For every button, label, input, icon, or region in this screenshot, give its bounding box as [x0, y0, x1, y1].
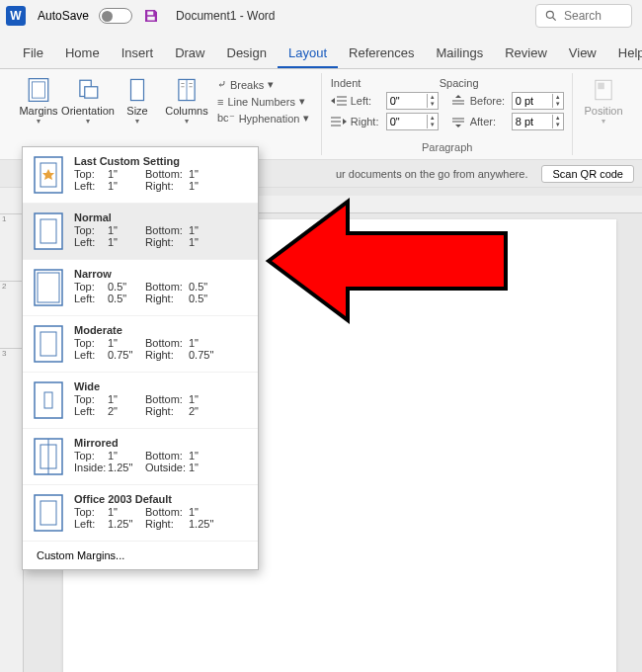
indent-left-icon	[331, 95, 347, 107]
margin-option-narrow[interactable]: Narrow Top:0.5"Bottom:0.5" Left:0.5"Righ…	[23, 260, 258, 316]
columns-button[interactable]: Columns▾	[164, 75, 209, 127]
arrange-group: Position▾	[573, 73, 634, 155]
autosave-label: AutoSave	[38, 9, 89, 23]
chevron-down-icon: ▾	[135, 117, 139, 126]
margin-preset-icon	[33, 211, 64, 251]
spacing-after-icon	[450, 116, 466, 127]
autosave-toggle[interactable]	[99, 8, 132, 24]
margin-preset-icon	[33, 493, 64, 533]
scan-qr-button[interactable]: Scan QR code	[541, 165, 634, 183]
chevron-down-icon: ▾	[185, 117, 189, 126]
orientation-button[interactable]: Orientation▾	[65, 75, 111, 127]
margin-option-wide[interactable]: Wide Top:1"Bottom:1" Left:2"Right:2"	[23, 373, 258, 429]
page-setup-group: Margins▾ Orientation▾ Size▾ Columns▾ ⤶Br…	[8, 73, 322, 155]
margin-preset-icon	[33, 437, 64, 476]
tab-design[interactable]: Design	[216, 40, 278, 68]
svg-rect-38	[35, 495, 62, 531]
position-button[interactable]: Position▾	[581, 75, 626, 127]
margin-option-last-custom-setting[interactable]: Last Custom Setting Top:1"Bottom:1" Left…	[23, 147, 258, 204]
tab-draw[interactable]: Draw	[164, 40, 215, 68]
svg-rect-6	[131, 79, 144, 100]
tab-insert[interactable]: Insert	[111, 40, 165, 68]
svg-rect-31	[35, 326, 62, 362]
breaks-button[interactable]: ⤶Breaks ▾	[213, 77, 313, 92]
document-title: Document1 - Word	[176, 9, 275, 23]
svg-rect-33	[35, 382, 62, 418]
position-icon	[591, 77, 616, 103]
vertical-ruler: 123	[0, 188, 24, 672]
svg-rect-5	[85, 87, 98, 98]
tab-file[interactable]: File	[12, 40, 54, 68]
columns-icon	[174, 77, 200, 103]
tab-layout[interactable]: Layout	[278, 40, 338, 68]
margin-preset-icon	[33, 155, 64, 195]
search-icon	[544, 9, 558, 23]
spacing-after-input[interactable]: ▲▼	[512, 113, 564, 130]
orientation-icon	[75, 77, 101, 103]
size-button[interactable]: Size▾	[115, 75, 160, 127]
indent-left-input[interactable]: ▲▼	[386, 92, 439, 110]
margins-menu: Last Custom Setting Top:1"Bottom:1" Left…	[22, 146, 259, 570]
margin-option-moderate[interactable]: Moderate Top:1"Bottom:1" Left:0.75"Right…	[23, 316, 258, 373]
margin-preset-icon	[33, 380, 64, 420]
breaks-icon: ⤶	[217, 78, 226, 91]
indent-right-input[interactable]: ▲▼	[386, 113, 439, 130]
spacing-before-input[interactable]: ▲▼	[512, 92, 564, 110]
size-icon	[124, 77, 150, 103]
margin-option-office-2003-default[interactable]: Office 2003 Default Top:1"Bottom:1" Left…	[23, 485, 258, 542]
margins-icon	[26, 77, 51, 103]
line-numbers-button[interactable]: ≡Line Numbers ▾	[213, 94, 313, 109]
tab-help[interactable]: Help	[607, 40, 642, 68]
custom-margins-button[interactable]: Custom Margins...	[23, 542, 258, 569]
svg-line-1	[553, 18, 556, 21]
tab-review[interactable]: Review	[494, 40, 558, 68]
svg-rect-29	[35, 270, 62, 305]
search-box[interactable]	[535, 4, 632, 28]
save-icon[interactable]	[142, 7, 160, 25]
svg-rect-27	[35, 213, 62, 249]
ribbon-tabs: FileHomeInsertDrawDesignLayoutReferences…	[0, 32, 642, 69]
indent-right-icon	[331, 116, 347, 127]
margin-preset-icon	[33, 268, 64, 307]
svg-rect-24	[598, 83, 604, 90]
word-app-icon: W	[6, 6, 26, 26]
tab-references[interactable]: References	[338, 40, 425, 68]
tab-mailings[interactable]: Mailings	[426, 40, 495, 68]
hyphenation-button[interactable]: bc⁻Hyphenation ▾	[213, 111, 313, 126]
margins-button[interactable]: Margins▾	[16, 75, 61, 127]
titlebar: W AutoSave Document1 - Word	[0, 0, 642, 32]
tab-view[interactable]: View	[558, 40, 607, 68]
paragraph-group: IndentSpacing Left: ▲▼ Before: ▲▼ Right:…	[322, 73, 573, 155]
margin-preset-icon	[33, 324, 64, 364]
chevron-down-icon: ▾	[86, 117, 90, 126]
line-numbers-icon: ≡	[217, 96, 223, 108]
margin-option-mirrored[interactable]: Mirrored Top:1"Bottom:1" Inside:1.25"Out…	[23, 429, 258, 485]
tab-home[interactable]: Home	[54, 40, 111, 68]
svg-point-0	[546, 11, 553, 18]
chevron-down-icon: ▾	[37, 117, 40, 126]
hyphenation-icon: bc⁻	[217, 112, 235, 125]
spacing-before-icon	[450, 95, 466, 107]
search-input[interactable]	[564, 9, 623, 23]
margin-option-normal[interactable]: Normal Top:1"Bottom:1" Left:1"Right:1"	[23, 204, 258, 260]
